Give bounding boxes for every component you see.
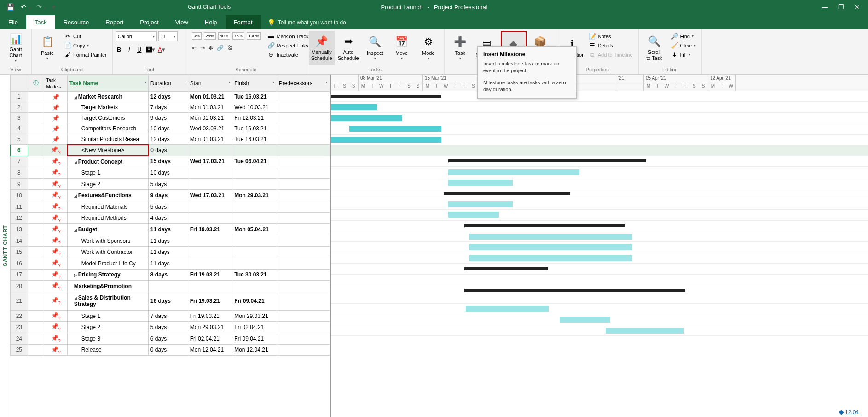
- cell-predecessors[interactable]: [277, 269, 330, 281]
- cell-info[interactable]: [28, 134, 44, 145]
- col-start[interactable]: Start ▾: [188, 75, 232, 92]
- cell-mode[interactable]: 📌: [44, 102, 67, 113]
- cell-info[interactable]: [28, 212, 44, 224]
- gantt-row[interactable]: [331, 156, 868, 166]
- cell-dur[interactable]: 12 days: [148, 92, 188, 102]
- tell-me-search[interactable]: 💡 Tell me what you want to do: [261, 16, 353, 29]
- italic-button[interactable]: I: [126, 46, 133, 53]
- table-row[interactable]: 3📌Target Customers9 daysMon 01.03.21Fri …: [11, 113, 330, 123]
- tab-view[interactable]: View: [167, 15, 197, 29]
- cell-dur[interactable]: 9 days: [148, 190, 188, 201]
- cell-info[interactable]: [28, 92, 44, 102]
- row-number[interactable]: 21: [11, 292, 28, 310]
- cell-finish[interactable]: [232, 258, 277, 269]
- cell-finish[interactable]: [232, 247, 277, 258]
- table-row[interactable]: 6📌?<New Milestone>0 days: [11, 145, 330, 156]
- cell-finish[interactable]: [232, 178, 277, 190]
- cell-dur[interactable]: 8 days: [148, 269, 188, 281]
- cell-start[interactable]: Wed 17.03.21: [188, 156, 232, 167]
- insert-task-button[interactable]: ➕Task▾: [447, 31, 473, 65]
- cell-predecessors[interactable]: [277, 212, 330, 224]
- gantt-row[interactable]: [331, 177, 868, 188]
- cell-dur[interactable]: 11 days: [148, 235, 188, 247]
- cell-finish[interactable]: Fri 02.04.21: [232, 322, 277, 333]
- cell-predecessors[interactable]: [277, 292, 330, 310]
- cell-predecessors[interactable]: [277, 190, 330, 201]
- cell-dur[interactable]: 10 days: [148, 167, 188, 179]
- cell-predecessors[interactable]: [277, 344, 330, 356]
- cell-task-name[interactable]: Budget: [67, 224, 148, 235]
- cell-start[interactable]: [188, 258, 232, 269]
- manually-schedule-button[interactable]: 📌Manually Schedule: [309, 31, 335, 65]
- task-bar[interactable]: [349, 126, 441, 132]
- row-number[interactable]: 22: [11, 310, 28, 322]
- cell-finish[interactable]: [232, 167, 277, 179]
- cell-mode[interactable]: 📌?: [44, 247, 67, 258]
- tab-file[interactable]: File: [0, 15, 26, 29]
- qat-customize-icon[interactable]: ▾: [52, 3, 55, 11]
- cell-info[interactable]: [28, 258, 44, 269]
- cell-task-name[interactable]: Stage 1: [67, 167, 148, 179]
- font-color-button[interactable]: A▾: [158, 46, 165, 53]
- cell-finish[interactable]: [232, 201, 277, 212]
- cell-start[interactable]: [188, 212, 232, 224]
- cell-predecessors[interactable]: [277, 322, 330, 333]
- table-row[interactable]: 5📌Similar Products Resea12 daysMon 01.03…: [11, 134, 330, 145]
- pct-75-button[interactable]: 75%: [232, 32, 244, 40]
- cell-dur[interactable]: 10 days: [148, 123, 188, 134]
- cell-start[interactable]: [188, 178, 232, 190]
- find-button[interactable]: 🔎Find ▾: [669, 32, 698, 40]
- row-number[interactable]: 13: [11, 224, 28, 235]
- task-bar[interactable]: [448, 201, 513, 207]
- cell-start[interactable]: Mon 01.03.21: [188, 113, 232, 123]
- cell-mode[interactable]: 📌?: [44, 201, 67, 212]
- gantt-row[interactable]: [331, 210, 868, 220]
- cell-finish[interactable]: Mon 05.04.21: [232, 224, 277, 235]
- table-row[interactable]: 16📌?Model Product Life Cy11 days: [11, 258, 330, 269]
- task-bar[interactable]: [331, 115, 402, 121]
- task-bar[interactable]: [466, 306, 549, 312]
- cell-mode[interactable]: 📌?: [44, 235, 67, 247]
- cell-dur[interactable]: 4 days: [148, 212, 188, 224]
- table-row[interactable]: 24📌?Stage 36 daysFri 02.04.21Fri 09.04.2…: [11, 333, 330, 344]
- cell-mode[interactable]: 📌?: [44, 333, 67, 344]
- task-bar[interactable]: [606, 328, 684, 334]
- cell-mode[interactable]: 📌?: [44, 145, 67, 156]
- gantt-row[interactable]: [331, 145, 868, 156]
- clear-button[interactable]: 🧹Clear ▾: [669, 41, 698, 49]
- cell-start[interactable]: Fri 19.03.21: [188, 292, 232, 310]
- cell-finish[interactable]: Mon 29.03.21: [232, 310, 277, 322]
- cell-predecessors[interactable]: [277, 310, 330, 322]
- cell-start[interactable]: Mon 01.03.21: [188, 102, 232, 113]
- cell-task-name[interactable]: Product Concept: [67, 156, 148, 167]
- cell-finish[interactable]: Tue 16.03.21: [232, 134, 277, 145]
- cell-info[interactable]: [28, 167, 44, 179]
- cell-predecessors[interactable]: [277, 178, 330, 190]
- row-number[interactable]: 4: [11, 123, 28, 134]
- cell-finish[interactable]: Fri 12.03.21: [232, 113, 277, 123]
- cell-dur[interactable]: 11 days: [148, 258, 188, 269]
- cell-start[interactable]: [188, 281, 232, 292]
- row-number[interactable]: 1: [11, 92, 28, 102]
- cell-mode[interactable]: 📌?: [44, 281, 67, 292]
- gantt-row[interactable]: [331, 91, 868, 102]
- view-label-bar[interactable]: GANTT CHART: [0, 75, 10, 417]
- cell-predecessors[interactable]: [277, 92, 330, 102]
- cell-finish[interactable]: Wed 10.03.21: [232, 102, 277, 113]
- gantt-row[interactable]: [331, 221, 868, 231]
- row-number[interactable]: 3: [11, 113, 28, 123]
- outdent-icon[interactable]: ⇤: [192, 45, 197, 51]
- cell-dur[interactable]: 12 days: [148, 134, 188, 145]
- cell-start[interactable]: Fri 02.04.21: [188, 333, 232, 344]
- task-bar[interactable]: [469, 255, 632, 261]
- cell-info[interactable]: [28, 190, 44, 201]
- cell-dur[interactable]: 5 days: [148, 322, 188, 333]
- cell-task-name[interactable]: Release: [67, 344, 148, 356]
- mode-button[interactable]: ⚙Mode▾: [416, 31, 441, 65]
- pct-25-button[interactable]: 25%: [204, 32, 216, 40]
- cell-info[interactable]: [28, 269, 44, 281]
- row-number[interactable]: 7: [11, 156, 28, 167]
- cell-finish[interactable]: Tue 30.03.21: [232, 269, 277, 281]
- cell-dur[interactable]: 15 days: [148, 156, 188, 167]
- cell-predecessors[interactable]: [277, 156, 330, 167]
